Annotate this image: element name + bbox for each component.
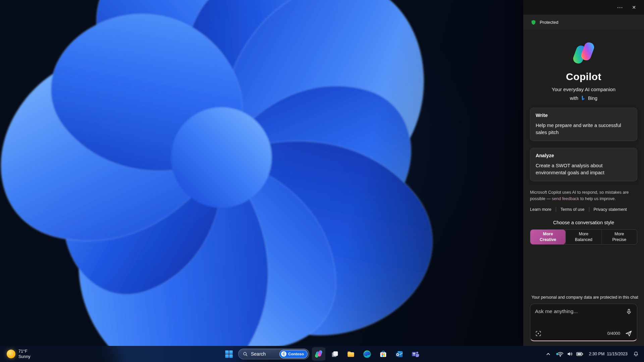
sun-icon [7,350,15,358]
conversation-style-control: More Creative More Balanced More Precise [530,229,637,245]
copilot-brand: Copilot Your everyday AI companion with … [530,40,637,101]
taskbar-task-view-button[interactable] [328,347,341,361]
style-option-line2: Precise [612,237,626,243]
clock-date: 11/15/2023 [607,351,628,357]
with-label: with [570,96,578,101]
card-body: Create a SWOT analysis about environment… [536,162,632,176]
data-protection-text: Your personal and company data are prote… [531,295,638,300]
protected-label: Protected [540,20,558,25]
send-icon [625,330,632,337]
suggestion-card-analyze[interactable]: Analyze Create a SWOT analysis about env… [530,148,637,181]
contoso-badge[interactable]: C Contoso [279,350,308,358]
notification-center-button[interactable] [631,347,641,361]
footer-links: Learn more Terms of use Privacy statemen… [530,207,637,212]
visual-search-button[interactable] [535,330,542,337]
panel-header: ⋯ ✕ [523,0,644,15]
card-title: Analyze [536,153,632,158]
edge-icon [363,350,371,358]
microphone-icon [626,308,632,315]
teams-icon [411,350,420,358]
style-option-line1: More [614,231,624,237]
card-body: Help me prepare and write a successful s… [536,122,632,136]
more-options-icon[interactable]: ⋯ [614,2,626,12]
notification-bell-icon [633,351,639,357]
close-icon[interactable]: ✕ [628,2,640,12]
card-title: Write [536,113,632,118]
taskbar-center-group: Search C Contoso [222,346,422,362]
weather-temperature: 71°F [18,349,30,354]
clock-time: 2:30 PM [589,351,605,357]
copilot-logo-icon [571,40,596,66]
with-bing-row: with Bing [570,95,597,101]
battery-icon [576,351,584,357]
bing-label: Bing [588,96,597,101]
outlook-icon [395,350,404,358]
bing-logo-icon [580,95,586,101]
learn-more-link[interactable]: Learn more [530,207,556,212]
taskbar-copilot-button[interactable] [312,347,325,361]
weather-condition: Sunny [18,354,30,359]
style-option-more-creative[interactable]: More Creative [530,230,566,244]
task-view-icon [331,350,339,358]
conversation-style-heading: Choose a conversation style [530,220,637,225]
search-box[interactable]: Search C Contoso [238,349,309,359]
copilot-title: Copilot [566,71,601,82]
send-button[interactable] [625,330,632,337]
taskbar: 71°F Sunny Search C Contoso [0,346,644,362]
style-option-line1: More [543,231,553,237]
style-option-more-precise[interactable]: More Precise [601,230,637,244]
search-icon [243,352,248,357]
weather-widget[interactable]: 71°F Sunny [3,346,34,362]
volume-icon [567,351,574,357]
taskbar-file-explorer-button[interactable] [344,347,358,361]
suggestion-card-write[interactable]: Write Help me prepare and write a succes… [530,108,637,141]
wifi-shield-icon [556,351,564,357]
chevron-up-icon [546,352,551,357]
character-counter: 0/4000 [607,331,620,336]
tray-status-cluster[interactable] [554,347,586,361]
taskbar-outlook-button[interactable] [392,347,406,361]
copilot-sidebar-panel: ⋯ ✕ Protected Copilot Your everyday AI c… [523,0,644,346]
tray-chevron-button[interactable] [543,347,553,361]
taskbar-store-button[interactable] [376,347,390,361]
style-option-more-balanced[interactable]: More Balanced [566,230,601,244]
style-option-line2: Balanced [575,237,592,243]
copilot-icon [314,350,323,358]
windows-logo-icon [225,350,233,358]
data-protection-note: Your personal and company data are prote… [530,295,637,300]
copilot-tagline: Your everyday AI companion [552,86,615,92]
taskbar-edge-button[interactable] [360,347,374,361]
chat-input[interactable]: Ask me anything... [535,308,626,314]
ai-disclaimer: Microsoft Copilot uses AI to respond, so… [530,189,637,202]
contoso-label: Contoso [288,352,304,356]
terms-of-use-link[interactable]: Terms of use [556,207,589,212]
shield-protected-icon [531,19,536,25]
taskbar-clock[interactable]: 2:30 PM 11/15/2023 [587,347,630,361]
send-feedback-link[interactable]: send feedback [552,196,579,201]
disclaimer-text-suffix: to help us improve. [579,196,616,201]
microphone-button[interactable] [626,308,632,315]
visual-search-icon [535,330,542,337]
panel-body: Copilot Your everyday AI companion with … [523,30,644,346]
contoso-logo-icon: C [281,351,286,357]
style-option-line1: More [579,231,588,237]
search-label: Search [251,351,266,357]
taskbar-teams-button[interactable] [409,347,422,361]
start-button[interactable] [222,347,235,361]
file-explorer-icon [346,350,355,358]
style-option-line2: Creative [540,237,556,243]
system-tray: 2:30 PM 11/15/2023 [543,346,641,362]
chat-composer[interactable]: Ask me anything... 0 [530,304,637,341]
protected-badge[interactable]: Protected [523,15,644,30]
microsoft-store-icon [379,350,387,358]
privacy-statement-link[interactable]: Privacy statement [589,207,631,212]
